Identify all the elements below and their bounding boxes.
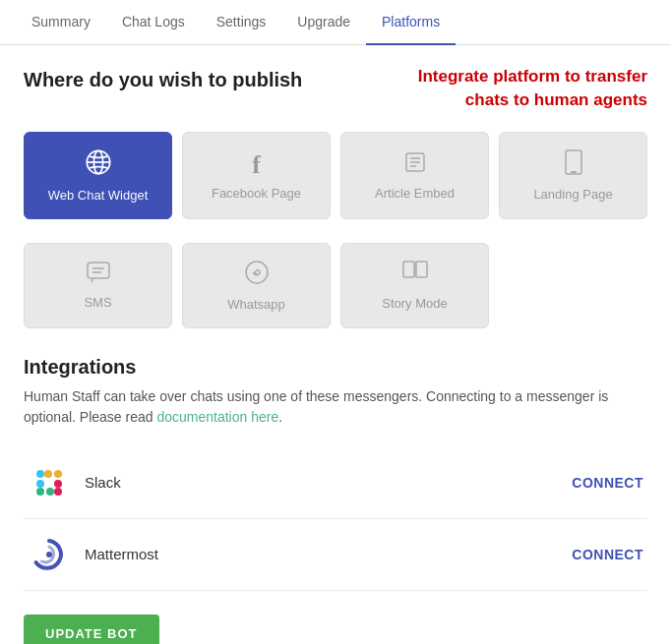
nav-summary[interactable]: Summary <box>16 0 106 45</box>
integration-mattermost: Mattermost CONNECT <box>24 519 647 591</box>
landing-page-icon <box>563 149 584 181</box>
nav-platforms[interactable]: Platforms <box>366 0 456 45</box>
whatsapp-icon <box>244 260 270 291</box>
main-content: Where do you wish to publish Integrate p… <box>0 45 671 644</box>
platform-sms[interactable]: SMS <box>24 243 172 328</box>
nav-chat-logs[interactable]: Chat Logs <box>106 0 201 45</box>
integrations-title: Integrations <box>24 356 647 379</box>
platform-whatsapp[interactable]: Whatsapp <box>182 243 331 328</box>
svg-rect-13 <box>403 262 414 277</box>
slack-name: Slack <box>85 474 121 491</box>
sms-icon <box>87 262 110 289</box>
page-heading: Where do you wish to publish <box>24 65 302 91</box>
header-row: Where do you wish to publish Integrate p… <box>24 65 647 112</box>
integration-slack: Slack CONNECT <box>24 447 647 519</box>
story-mode-icon <box>402 261 428 290</box>
svg-rect-19 <box>44 470 52 478</box>
slack-logo <box>28 461 71 504</box>
mattermost-left: Mattermost <box>28 533 158 576</box>
update-bot-button[interactable]: UPDATE BOT <box>24 615 159 644</box>
platform-landing-page[interactable]: Landing Page <box>499 132 647 219</box>
documentation-link[interactable]: documentation here <box>156 409 278 425</box>
facebook-icon: f <box>252 150 261 180</box>
svg-rect-16 <box>36 470 44 478</box>
svg-point-25 <box>46 552 52 557</box>
svg-point-12 <box>246 262 268 283</box>
promo-text: Integrate platform to transfer chats to … <box>418 65 647 112</box>
mattermost-name: Mattermost <box>85 546 158 562</box>
svg-rect-14 <box>416 262 427 277</box>
platform-article-embed[interactable]: Article Embed <box>340 132 489 219</box>
mattermost-connect-button[interactable]: CONNECT <box>572 547 643 562</box>
mattermost-logo <box>28 533 71 576</box>
svg-rect-8 <box>571 171 577 173</box>
navigation: Summary Chat Logs Settings Upgrade Platf… <box>0 0 671 45</box>
web-chat-widget-icon <box>85 148 112 182</box>
slack-connect-button[interactable]: CONNECT <box>572 475 643 491</box>
platform-web-chat-widget[interactable]: Web Chat Widget <box>24 132 172 219</box>
svg-rect-17 <box>36 480 44 488</box>
article-embed-label: Article Embed <box>375 186 455 201</box>
story-mode-label: Story Mode <box>382 296 447 311</box>
platform-grid-row2: SMS Whatsapp Story Mode <box>24 243 647 328</box>
svg-rect-20 <box>36 488 44 496</box>
whatsapp-label: Whatsapp <box>227 297 285 312</box>
svg-rect-22 <box>54 480 62 488</box>
facebook-page-label: Facebook Page <box>212 186 301 201</box>
svg-rect-18 <box>54 470 62 478</box>
nav-upgrade[interactable]: Upgrade <box>281 0 366 45</box>
nav-settings[interactable]: Settings <box>201 0 282 45</box>
landing-page-label: Landing Page <box>533 187 612 202</box>
integrations-description: Human Staff can take over chats using on… <box>24 386 647 428</box>
svg-rect-21 <box>46 488 54 496</box>
slack-left: Slack <box>28 461 121 504</box>
platform-story-mode[interactable]: Story Mode <box>340 243 489 328</box>
sms-label: SMS <box>84 295 111 310</box>
article-embed-icon <box>403 150 427 180</box>
svg-rect-7 <box>566 150 581 174</box>
svg-rect-9 <box>88 263 109 278</box>
svg-rect-23 <box>54 488 62 496</box>
platform-facebook-page[interactable]: f Facebook Page <box>182 132 331 219</box>
platform-grid-row1: Web Chat Widget f Facebook Page Article … <box>24 132 647 219</box>
web-chat-widget-label: Web Chat Widget <box>48 188 149 203</box>
